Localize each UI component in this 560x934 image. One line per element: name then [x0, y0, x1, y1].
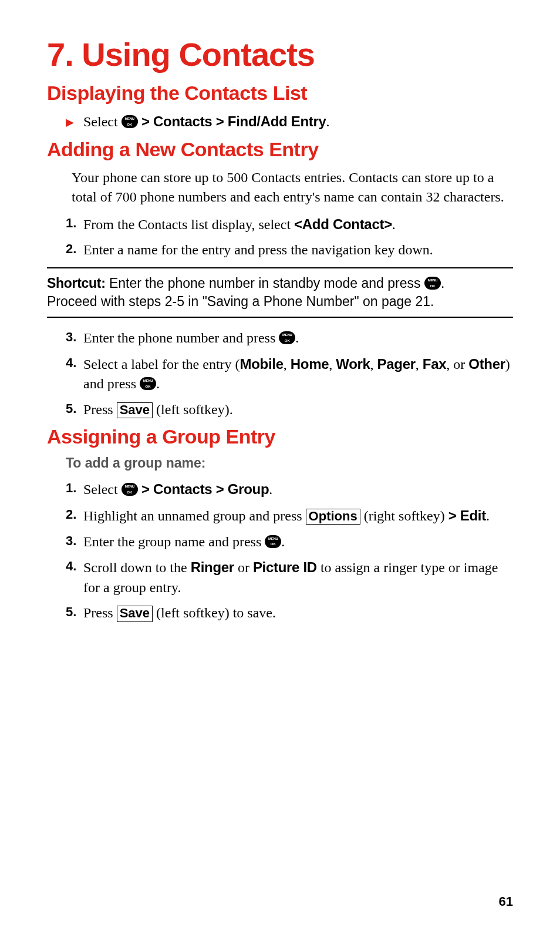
shortcut-line1b: .: [441, 276, 444, 291]
list-item: 3. Enter the phone number and press .: [66, 328, 513, 348]
section-displaying-title: Displaying the Contacts List: [47, 82, 513, 105]
save-softkey: Save: [117, 606, 153, 621]
list-body: Enter the phone number and press .: [83, 328, 513, 348]
label-pager: Pager: [377, 356, 416, 372]
text: , or: [446, 357, 468, 372]
list-body: Select > Contacts > Group.: [83, 479, 513, 500]
list-item: 5. Press Save (left softkey).: [66, 400, 513, 420]
list-body: Enter a name for the entry and press the…: [83, 240, 513, 260]
text: Press: [83, 605, 117, 620]
list-item: 4. Scroll down to the Ringer or Picture …: [66, 557, 513, 597]
options-softkey: Options: [306, 509, 360, 525]
text: (right softkey): [360, 508, 448, 523]
list-item: 1. From the Contacts list display, selec…: [66, 214, 513, 235]
save-softkey: Save: [117, 402, 153, 418]
page-number: 61: [499, 894, 513, 909]
menu-ok-icon: [122, 483, 138, 496]
list-body: Press Save (left softkey).: [83, 400, 513, 420]
text: Enter the phone number and press: [83, 330, 279, 345]
shortcut-box: Shortcut: Enter the phone number in stan…: [47, 267, 513, 318]
text: .: [156, 376, 160, 391]
text: ,: [416, 357, 423, 372]
list-body: Scroll down to the Ringer or Picture ID …: [83, 557, 513, 597]
list-number: 2.: [66, 506, 83, 526]
text: ,: [329, 357, 336, 372]
list-item: 2. Highlight an unnamed group and press …: [66, 506, 513, 526]
shortcut-line1a: Enter the phone number in standby mode a…: [106, 276, 424, 291]
text: (left softkey).: [153, 402, 233, 417]
text: ,: [284, 357, 291, 372]
label-other: Other: [468, 356, 505, 372]
list-number: 5.: [66, 603, 83, 623]
ringer-label: Ringer: [191, 559, 234, 575]
text: (left softkey) to save.: [153, 605, 276, 620]
list-body: Select a label for the entry (Mobile, Ho…: [83, 354, 513, 394]
list-item: 5. Press Save (left softkey) to save.: [66, 603, 513, 623]
shortcut-line2: Proceed with steps 2-5 in "Saving a Phon…: [47, 294, 434, 309]
text: From the Contacts list display, select: [83, 217, 294, 232]
list-number: 1.: [66, 214, 83, 235]
bullet-select-find: ▶ Select > Contacts > Find/Add Entry.: [66, 112, 513, 132]
label-work: Work: [336, 356, 370, 372]
list-item: 4. Select a label for the entry (Mobile,…: [66, 354, 513, 394]
add-contact-label: <Add Contact>: [294, 216, 392, 232]
label-mobile: Mobile: [240, 356, 284, 372]
text: .: [269, 482, 272, 497]
list-body: Enter the group name and press .: [83, 532, 513, 552]
list-body: From the Contacts list display, select <…: [83, 214, 513, 235]
list-item: 1. Select > Contacts > Group.: [66, 479, 513, 500]
text: Press: [83, 402, 117, 417]
list-number: 1.: [66, 479, 83, 500]
bullet-end: .: [326, 114, 330, 129]
list-number: 3.: [66, 328, 83, 348]
text: ,: [370, 357, 377, 372]
menu-ok-icon: [424, 277, 441, 290]
label-home: Home: [291, 356, 329, 372]
text: Enter the group name and press: [83, 534, 265, 549]
text: .: [486, 508, 490, 523]
bullet-text-pre: Select: [83, 114, 122, 129]
text: Select: [83, 482, 122, 497]
chapter-title: 7. Using Contacts: [47, 35, 513, 73]
menu-ok-icon: [122, 115, 138, 128]
list-item: 2. Enter a name for the entry and press …: [66, 240, 513, 260]
list-body: Press Save (left softkey) to save.: [83, 603, 513, 623]
triangle-bullet-icon: ▶: [66, 115, 74, 130]
list-number: 2.: [66, 240, 83, 260]
list-number: 5.: [66, 400, 83, 420]
list-number: 4.: [66, 354, 83, 394]
label-fax: Fax: [423, 356, 446, 372]
list-number: 3.: [66, 532, 83, 552]
list-number: 4.: [66, 557, 83, 597]
menu-ok-icon: [140, 377, 156, 390]
text: .: [281, 534, 285, 549]
text: Scroll down to the: [83, 560, 191, 575]
group-subheading: To add a group name:: [66, 455, 513, 471]
text: .: [392, 217, 396, 232]
text: Highlight an unnamed group and press: [83, 508, 306, 523]
menu-ok-icon: [279, 331, 295, 344]
section-adding-title: Adding a New Contacts Entry: [47, 138, 513, 161]
text: or: [234, 560, 253, 575]
text: .: [295, 330, 299, 345]
shortcut-label: Shortcut:: [47, 276, 106, 291]
section-group-title: Assigning a Group Entry: [47, 425, 513, 448]
list-item: 3. Enter the group name and press .: [66, 532, 513, 552]
text: Select a label for the entry (: [83, 357, 240, 372]
list-body: Highlight an unnamed group and press Opt…: [83, 506, 513, 526]
adding-paragraph: Your phone can store up to 500 Contacts …: [72, 168, 513, 207]
bullet-path: > Contacts > Find/Add Entry: [138, 113, 326, 129]
group-path: > Contacts > Group: [138, 481, 269, 497]
menu-ok-icon: [265, 535, 281, 548]
pictureid-label: Picture ID: [253, 559, 317, 575]
edit-label: > Edit: [448, 508, 486, 523]
